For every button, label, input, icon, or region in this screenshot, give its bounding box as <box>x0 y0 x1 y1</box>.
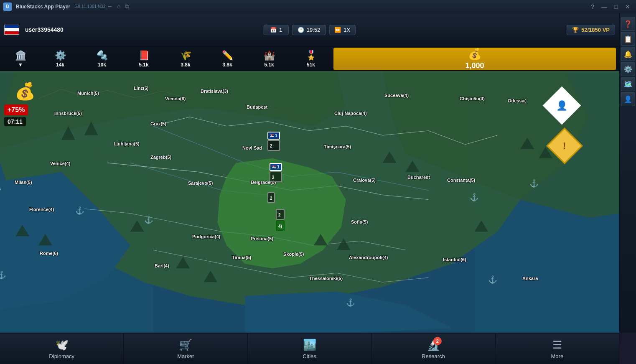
sidebar-map-btn[interactable]: 🗺️ <box>621 77 635 91</box>
help-btn[interactable]: ? <box>588 3 598 11</box>
speed-control[interactable]: ⏩ 1X <box>329 25 356 35</box>
diplomacy-icon: 🕊️ <box>55 339 69 351</box>
svg-text:⚓: ⚓ <box>470 193 479 202</box>
alert-indicator: ! <box>552 133 577 159</box>
nav-research[interactable]: 🔬 2 Research <box>371 333 495 364</box>
food-icon: 🌾 <box>180 50 191 61</box>
industry-icon: ⚙️ <box>55 50 66 61</box>
turn-counter[interactable]: 📅 1 <box>264 25 289 35</box>
points-icon: 🎖️ <box>305 50 317 61</box>
nav-home-btn[interactable]: ⌂ <box>115 2 122 11</box>
more-icon: ☰ <box>552 339 562 351</box>
close-btn[interactable]: ✕ <box>623 3 633 11</box>
resource-manpower[interactable]: ✏️ 3.8k <box>206 47 248 71</box>
unit-counter-1: 🇷🇸 1 2 <box>267 132 280 151</box>
nav-diplomacy[interactable]: 🕊️ Diplomacy <box>0 333 124 364</box>
timer-display[interactable]: 🕐 19:52 <box>292 25 326 35</box>
header-right: 🏆 52/1850 VP <box>567 25 615 35</box>
time-value: 19:52 <box>307 27 321 33</box>
right-sidebar: ❓ 📋 🔔 ⚙️ 🗺️ 👤 <box>619 13 636 333</box>
sidebar-profile-btn[interactable]: 👤 <box>621 92 635 106</box>
sidebar-settings-btn[interactable]: ⚙️ <box>621 62 635 76</box>
trophy-score[interactable]: 🏆 52/1850 VP <box>567 25 615 35</box>
resources-bar: 🏛️ ▼ ⚙️ 14k 🔩 10k 📕 5.1k 🌾 3.8k ✏️ 3.8 <box>0 47 619 71</box>
unit-counter-2: 🇷🇸 1 2 <box>270 163 282 182</box>
svg-text:⚓: ⚓ <box>75 206 84 215</box>
market-icon: 🛒 <box>179 339 192 351</box>
resource-production[interactable]: 🔩 10k <box>81 47 123 71</box>
resource-research[interactable]: 📕 5.1k <box>123 47 165 71</box>
sidebar-notification-btn[interactable]: 🔔 <box>621 47 635 61</box>
alert-icon: ! <box>563 140 566 151</box>
unit-counter-3: 2 <box>267 192 275 203</box>
buildings-icon: 🏛️ <box>15 50 26 61</box>
fast-forward-icon: ⏩ <box>334 27 341 33</box>
gold-pile-icon: 💰 <box>15 81 36 101</box>
military-icon: 🏰 <box>264 50 275 61</box>
turn-value: 1 <box>279 27 282 33</box>
manpower-icon: ✏️ <box>222 50 233 61</box>
resource-points[interactable]: 🎖️ 51k <box>290 47 332 71</box>
map-background: ⚓ ⚓ ⚓ ⚓ ⚓ ⚓ ⚓ ⚓ <box>0 71 619 333</box>
svg-text:⚓: ⚓ <box>488 275 497 284</box>
nav-back-btn[interactable]: ← <box>105 2 114 11</box>
minimize-btn[interactable]: — <box>599 3 609 11</box>
diplomacy-label: Diplomacy <box>49 353 74 359</box>
gold-value: 1,000 <box>465 61 484 70</box>
player-name: user33954480 <box>25 26 64 33</box>
title-bar: B BlueStacks App Player 5.9.11.1001 N32 … <box>0 0 636 13</box>
game-map[interactable]: ⚓ ⚓ ⚓ ⚓ ⚓ ⚓ ⚓ ⚓ Munich(5) Linz(5) Vienna… <box>0 71 619 333</box>
nav-window-btn[interactable]: ⧉ <box>123 2 131 11</box>
app-icon: B <box>3 3 12 11</box>
resource-buildings[interactable]: 🏛️ ▼ <box>2 47 39 71</box>
bottom-navigation: 🕊️ Diplomacy 🛒 Market 🏙️ Cities 🔬 2 Rese… <box>0 333 619 364</box>
production-icon: 🔩 <box>97 50 108 61</box>
resource-food[interactable]: 🌾 3.8k <box>165 47 206 71</box>
player-info: user33954480 <box>4 25 64 35</box>
research-badge: 2 <box>433 337 442 345</box>
player-indicator: 👤 <box>548 92 575 119</box>
player-silhouette-icon: 👤 <box>556 100 567 111</box>
trophy-value: 52/1850 VP <box>581 27 610 33</box>
cities-label: Cities <box>303 353 316 359</box>
nav-market[interactable]: 🛒 Market <box>124 333 247 364</box>
unit-counter-4: 2 4) <box>276 209 285 231</box>
clock-icon: 🕐 <box>298 27 304 33</box>
resource-gold[interactable]: 💰 1,000 <box>333 48 616 70</box>
app-version: 5.9.11.1001 N32 <box>74 4 105 9</box>
svg-text:⚓: ⚓ <box>144 215 153 224</box>
maximize-btn[interactable]: □ <box>611 3 621 11</box>
market-label: Market <box>177 353 194 359</box>
more-label: More <box>551 353 564 359</box>
svg-text:⚓: ⚓ <box>529 179 539 188</box>
cities-icon: 🏙️ <box>303 339 316 351</box>
bonus-timer: 07:11 <box>4 117 26 126</box>
nav-more[interactable]: ☰ More <box>496 333 619 364</box>
game-header: user33954480 📅 1 🕐 19:52 ⏩ 1X <box>0 13 619 47</box>
svg-text:⚓: ⚓ <box>0 183 2 193</box>
nav-cities[interactable]: 🏙️ Cities <box>248 333 371 364</box>
resource-industry[interactable]: ⚙️ 14k <box>39 47 81 71</box>
bonus-percentage: +75% <box>4 104 28 115</box>
app-name: BlueStacks App Player <box>16 4 70 10</box>
sidebar-help-btn[interactable]: ❓ <box>621 17 635 31</box>
svg-text:⚓: ⚓ <box>346 298 355 307</box>
trophy-icon: 🏆 <box>572 27 579 33</box>
sidebar-list-btn[interactable]: 📋 <box>621 32 635 46</box>
research-icon: 📕 <box>138 50 150 61</box>
gold-icon: 💰 <box>468 48 481 61</box>
research-label: Research <box>422 353 445 359</box>
player-flag <box>4 25 19 35</box>
calendar-icon: 📅 <box>270 27 277 33</box>
resource-military[interactable]: 🏰 5.1k <box>248 47 290 71</box>
header-center-controls: 📅 1 🕐 19:52 ⏩ 1X <box>264 25 356 35</box>
svg-text:⚓: ⚓ <box>0 270 6 280</box>
speed-value: 1X <box>343 27 350 33</box>
